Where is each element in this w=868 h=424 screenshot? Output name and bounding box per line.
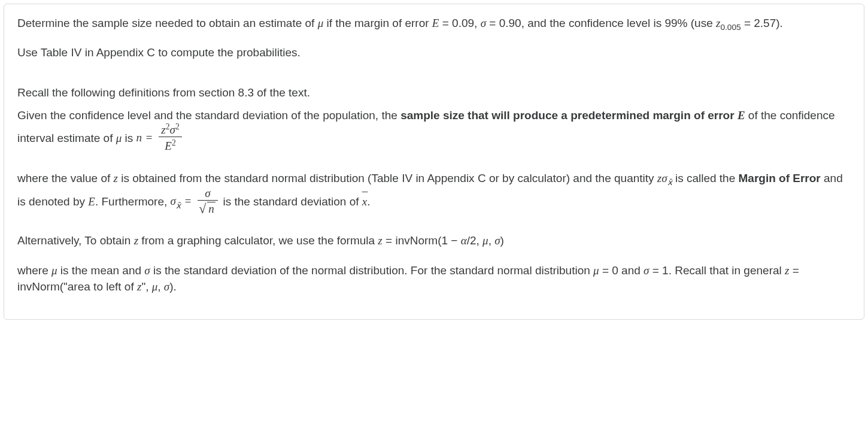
text: is obtained from the standard normal dis… [118,172,657,184]
symbol-sigma: σ [661,172,667,184]
symbol-sigma: σ [481,17,486,29]
equals: = [146,131,153,144]
text: , [157,280,164,293]
text: ). [169,280,177,293]
text: is called the [675,172,739,184]
text: Determine the sample size needed to obta… [17,17,318,29]
text: is the standard deviation of [223,195,362,208]
text: , [488,234,495,247]
sample-size-definition: Given the confidence level and the stand… [17,107,851,155]
text: . Furthermore, [95,195,171,208]
symbol-z: z [161,124,165,137]
text: is the mean and [57,264,145,277]
equation-sigma-xbar: σx̄ = σ √ n [171,195,223,207]
symbol-x: x [362,195,367,208]
exponent: 2 [175,122,180,131]
subscript-xbar: x̄ [667,178,672,187]
text: from a graphing calculator, we use the f… [138,234,378,247]
margin-of-error-definition: where the value of z is obtained from th… [17,170,851,217]
symbol-mu: μ [318,17,324,29]
symbol-z: z [114,172,118,184]
text: ) [500,234,504,247]
text: Alternatively, To obtain [17,234,134,247]
symbol-sigma: σ [170,124,175,137]
question-line-2: Use Table IV in Appendix C to compute th… [17,44,851,61]
symbol-E: E [432,17,439,29]
symbol-sigma: σ [205,187,210,199]
text: = 0 and [599,264,644,277]
distribution-note: where μ is the mean and σ is the standar… [17,262,851,295]
fraction-numerator: σ [198,187,218,201]
z-subscript: 0.005 [720,23,740,32]
fraction-numerator: z2σ2 [159,122,181,137]
fraction: σ √ n [198,187,218,216]
symbol-mu: μ [116,132,122,144]
symbol-E: E [165,140,172,153]
text: is [122,132,136,144]
solution-intro: Recall the following definitions from se… [17,84,851,101]
symbol-E-bold: E [738,109,745,122]
text: = 1. Recall that in general [649,264,785,277]
bold-text: sample size that will produce a predeter… [400,109,738,122]
symbol-sigma: σ [144,264,150,277]
text: where the value of [17,172,114,184]
subscript-xbar: x̄ [176,201,181,210]
text: is the standard deviation of the normal … [150,264,593,277]
text: Use Table IV in Appendix C to compute th… [17,46,301,59]
sqrt: √ n [200,202,216,216]
radical-symbol: √ [199,202,206,217]
symbol-mu: μ [152,280,158,293]
symbol-z-sigma-xbar: zσx̄ [657,172,672,184]
text: = 0.09, [439,17,480,29]
equals: = [185,195,192,207]
question-card: Determine the sample size needed to obta… [4,4,864,320]
symbol-xbar: _ x [362,193,367,210]
exponent: 2 [172,138,176,147]
symbol-mu: μ [482,234,488,247]
text: = 2.57). [741,17,783,29]
symbol-sigma: σ [171,195,176,207]
equation-sample-size: n = z2σ2 E2 [136,131,184,144]
fraction-denominator: E2 [159,137,181,153]
text: where [17,264,51,277]
symbol-xbar: x̄ [667,178,672,187]
symbol-z: z [134,234,138,247]
calculator-formula: Alternatively, To obtain z from a graphi… [17,232,851,249]
fraction: z2σ2 E2 [159,122,181,153]
symbol-mu: μ [593,264,599,277]
symbol-n: n [136,131,142,144]
symbol-alpha: α [461,234,467,247]
question-line-1: Determine the sample size needed to obta… [17,15,851,34]
symbol-sigma: σ [164,280,169,293]
text: = 0.90, and the confidence level is 99% … [486,17,716,29]
text: /2, [467,234,482,247]
text: if the margin of error [323,17,432,29]
symbol-n: n [208,202,214,215]
text: Given the confidence level and the stand… [17,109,400,122]
text: Recall the following definitions from se… [17,86,310,99]
symbol-sigma: σ [494,234,500,247]
symbol-mu: μ [51,264,57,277]
text: . [367,195,370,208]
bold-text: Margin of Error [739,172,821,184]
text: = invNorm(1 − [383,234,461,247]
text: ", [141,280,151,293]
exponent: 2 [166,122,170,131]
fraction-denominator: √ n [198,201,218,216]
symbol-E: E [88,195,95,208]
symbol-xbar: x̄ [176,201,181,210]
symbol-z: z [378,234,382,247]
